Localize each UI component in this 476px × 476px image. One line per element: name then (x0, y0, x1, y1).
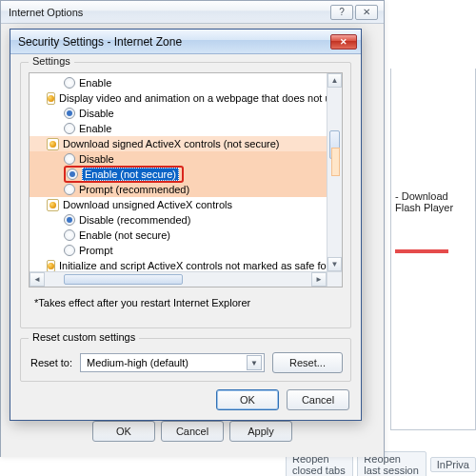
radio-icon[interactable] (64, 214, 75, 226)
side-text: - DownloadFlash Player (395, 190, 453, 213)
settings-option[interactable]: Enable (not secure) (30, 228, 327, 243)
radio-icon[interactable] (64, 77, 75, 89)
settings-option[interactable]: Disable (30, 106, 327, 121)
settings-group: Settings EnableDisplay video and animati… (20, 62, 351, 328)
horizontal-scrollbar[interactable]: ◄ ► (30, 271, 327, 287)
settings-option-label: Disable (79, 108, 114, 119)
settings-option[interactable]: Disable (recommended) (30, 212, 327, 228)
scroll-left-icon[interactable]: ◄ (30, 272, 45, 287)
internet-options-ok[interactable]: OK (92, 421, 155, 442)
help-button[interactable]: ? (330, 5, 353, 20)
settings-option-label: Prompt (79, 245, 112, 256)
internet-options-title: Internet Options (9, 7, 83, 18)
settings-option[interactable]: Disable (30, 151, 327, 167)
radio-icon[interactable] (64, 229, 75, 241)
radio-icon[interactable] (64, 184, 75, 195)
radio-icon[interactable] (64, 245, 75, 256)
settings-option-label: Enable (79, 123, 111, 134)
settings-header-label: Initialize and script ActiveX controls n… (59, 260, 327, 271)
settings-header: Download signed ActiveX controls (not se… (30, 136, 327, 151)
settings-option-label: Enable (79, 77, 111, 89)
settings-header-label: Download unsigned ActiveX controls (63, 199, 232, 210)
dialog-titlebar[interactable]: Security Settings - Internet Zone ✕ (10, 30, 361, 54)
internet-options-apply[interactable]: Apply (229, 421, 292, 442)
dialog-cancel-button[interactable]: Cancel (287, 389, 349, 410)
status-bar: Reopen closed tabs Reopen last session I… (286, 455, 476, 474)
horizontal-scroll-thumb[interactable] (64, 274, 183, 285)
settings-option[interactable]: Enable (30, 75, 327, 90)
internet-options-cancel[interactable]: Cancel (161, 421, 224, 442)
scroll-down-icon[interactable]: ▼ (327, 257, 342, 271)
category-icon (47, 199, 59, 211)
reset-legend: Reset custom settings (29, 331, 139, 343)
chevron-down-icon[interactable]: ▼ (247, 355, 262, 370)
radio-icon[interactable] (67, 169, 78, 180)
dialog-ok-button[interactable]: OK (216, 389, 279, 410)
restart-note: *Takes effect after you restart Internet… (34, 297, 250, 308)
settings-header-label: Download signed ActiveX controls (not se… (63, 138, 279, 149)
scroll-right-icon[interactable]: ► (311, 272, 327, 287)
settings-option-label: Disable (recommended) (79, 214, 190, 226)
settings-legend: Settings (29, 55, 74, 67)
close-icon[interactable]: ✕ (330, 34, 357, 50)
settings-option[interactable]: Prompt (30, 243, 327, 258)
close-button-back[interactable]: ✕ (355, 5, 378, 20)
settings-header: Display video and animation on a webpage… (30, 90, 327, 106)
radio-icon[interactable] (64, 123, 75, 134)
internet-options-titlebar[interactable]: Internet Options ? ✕ (1, 1, 384, 24)
settings-option-label: Enable (not secure) (82, 168, 179, 181)
settings-option[interactable]: Enable (30, 121, 327, 136)
settings-list[interactable]: EnableDisplay video and animation on a w… (30, 73, 327, 271)
background-panel: - DownloadFlash Player (390, 69, 476, 430)
settings-header: Initialize and script ActiveX controls n… (30, 258, 327, 271)
settings-option-label: Prompt (recommended) (79, 184, 189, 195)
security-settings-dialog: Security Settings - Internet Zone ✕ Sett… (10, 29, 362, 421)
settings-option-label: Disable (79, 153, 114, 165)
category-icon (47, 260, 55, 272)
radio-icon[interactable] (64, 153, 75, 165)
settings-listbox: EnableDisplay video and animation on a w… (29, 72, 343, 288)
scroll-highlight-marker (331, 148, 340, 176)
settings-option[interactable]: Enable (not secure) (30, 167, 327, 182)
scroll-corner (327, 271, 342, 287)
dialog-title: Security Settings - Internet Zone (18, 35, 182, 49)
red-underline (395, 249, 448, 253)
settings-option-label: Enable (not secure) (79, 229, 170, 241)
status-inprivate[interactable]: InPriva (430, 457, 476, 472)
reset-to-value: Medium-high (default) (87, 357, 188, 368)
reset-to-label: Reset to: (30, 357, 72, 368)
vertical-scrollbar[interactable]: ▲ ▼ (327, 73, 342, 271)
reset-to-combo[interactable]: Medium-high (default) ▼ (80, 353, 265, 372)
category-icon (47, 92, 55, 105)
radio-icon[interactable] (64, 108, 75, 119)
scroll-up-icon[interactable]: ▲ (327, 73, 342, 88)
reset-group: Reset custom settings Reset to: Medium-h… (20, 338, 351, 382)
settings-header: Download unsigned ActiveX controls (30, 197, 327, 212)
category-icon (47, 138, 59, 150)
reset-button[interactable]: Reset... (272, 352, 343, 373)
settings-option[interactable]: Prompt (recommended) (30, 182, 327, 197)
highlighted-selection[interactable]: Enable (not secure) (64, 166, 184, 183)
settings-header-label: Display video and animation on a webpage… (59, 92, 327, 104)
